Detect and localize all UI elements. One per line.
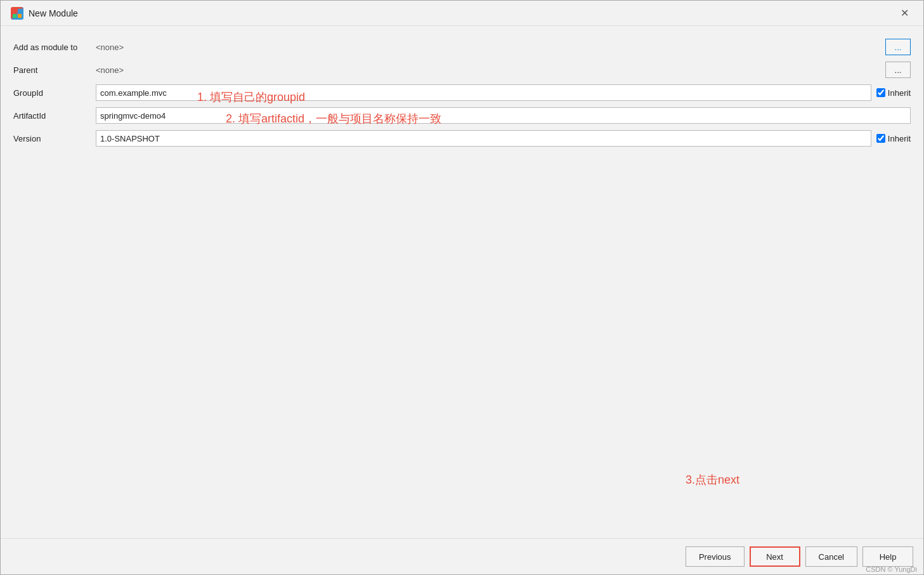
groupid-row: GroupId Inherit (13, 84, 911, 101)
artifactid-input-wrapper (96, 107, 911, 124)
next-button[interactable]: Next (750, 546, 800, 567)
version-input-wrapper (96, 130, 871, 147)
cancel-button[interactable]: Cancel (805, 546, 857, 567)
artifactid-label: ArtifactId (13, 111, 96, 121)
new-module-dialog: New Module ✕ Add as module to <none> ...… (0, 0, 924, 575)
svg-rect-0 (13, 9, 16, 13)
close-button[interactable]: ✕ (895, 4, 913, 22)
title-bar: New Module ✕ (1, 1, 923, 26)
groupid-inherit: Inherit (876, 88, 911, 98)
add-module-label: Add as module to (13, 43, 96, 52)
artifactid-row: ArtifactId (13, 107, 911, 124)
groupid-input-wrapper (96, 84, 871, 101)
add-module-row: Add as module to <none> ... (13, 39, 911, 55)
groupid-label: GroupId (13, 88, 96, 98)
groupid-inherit-checkbox[interactable] (876, 88, 885, 97)
svg-rect-2 (13, 14, 16, 18)
version-label: Version (13, 134, 96, 143)
parent-input-wrapper: <none> (96, 65, 885, 75)
groupid-inherit-label: Inherit (888, 88, 911, 98)
add-module-browse-button[interactable]: ... (885, 39, 911, 55)
content-area: Add as module to <none> ... Parent <none… (1, 26, 923, 538)
parent-browse-button[interactable]: ... (885, 62, 911, 78)
add-module-value: <none> (96, 43, 124, 52)
app-icon (11, 7, 23, 20)
version-inherit: Inherit (876, 134, 911, 143)
version-input[interactable] (96, 130, 871, 147)
version-inherit-label: Inherit (888, 134, 911, 143)
groupid-input[interactable] (96, 84, 871, 101)
version-row: Version Inherit (13, 130, 911, 147)
previous-button[interactable]: Previous (686, 546, 745, 567)
title-bar-left: New Module (11, 7, 78, 20)
svg-rect-3 (18, 14, 22, 18)
svg-rect-1 (18, 9, 22, 13)
parent-row: Parent <none> ... (13, 62, 911, 78)
help-button[interactable]: Help (862, 546, 913, 567)
bottom-bar: Previous Next Cancel Help (1, 538, 923, 574)
watermark: CSDN © YungDi (866, 565, 917, 573)
parent-label: Parent (13, 65, 96, 75)
artifactid-input[interactable] (96, 107, 911, 124)
version-inherit-checkbox[interactable] (876, 134, 885, 143)
add-module-input-wrapper: <none> (96, 43, 885, 52)
dialog-title: New Module (29, 8, 78, 18)
parent-value: <none> (96, 65, 124, 75)
annotation-next: 3.点击next (686, 472, 739, 487)
